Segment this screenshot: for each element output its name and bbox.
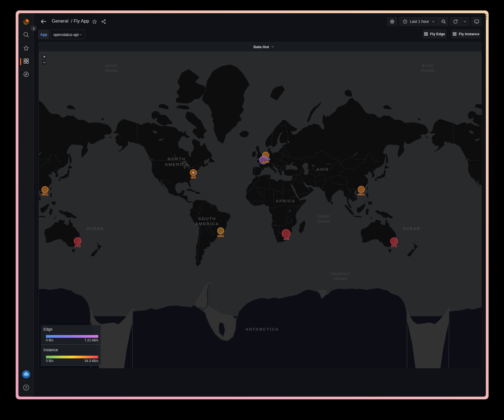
- svg-text:Ocean: Ocean: [105, 68, 118, 73]
- svg-text:HKG: HKG: [42, 193, 48, 196]
- svg-text:SYD: SYD: [391, 245, 397, 248]
- svg-text:?: ?: [25, 386, 27, 390]
- svg-text:ASIA: ASIA: [316, 167, 329, 172]
- svg-text:Arctic: Arctic: [421, 63, 434, 68]
- svg-text:Ocean: Ocean: [334, 276, 347, 281]
- svg-text:Southern: Southern: [331, 271, 350, 276]
- svg-text:OCEAN: OCEAN: [403, 226, 420, 231]
- svg-text:HKG: HKG: [358, 193, 365, 196]
- svg-text:Ocean: Ocean: [421, 68, 434, 73]
- svg-text:ANTARCTICA: ANTARCTICA: [245, 327, 279, 331]
- svg-text:AMERICA: AMERICA: [165, 162, 189, 167]
- svg-text:Arctic: Arctic: [105, 63, 118, 68]
- svg-text:Ocean: Ocean: [317, 219, 330, 223]
- svg-text:AMS: AMS: [262, 160, 269, 163]
- svg-text:GRU: GRU: [217, 234, 224, 238]
- svg-text:AMERICA: AMERICA: [195, 221, 219, 226]
- svg-text:SOUTH: SOUTH: [198, 216, 216, 221]
- svg-text:SYD: SYD: [75, 245, 81, 248]
- svg-text:AFRICA: AFRICA: [276, 199, 295, 203]
- svg-text:JNB: JNB: [283, 237, 289, 240]
- svg-text:OCEAN: OCEAN: [86, 226, 104, 231]
- svg-text:IAD: IAD: [191, 176, 196, 179]
- svg-text:Indian: Indian: [317, 214, 330, 218]
- svg-text:NORTH: NORTH: [168, 157, 186, 161]
